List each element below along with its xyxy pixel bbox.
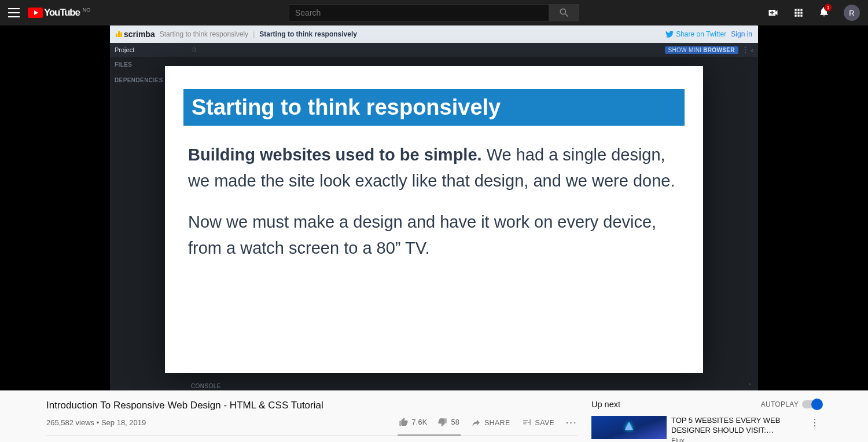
slide-body: Building websites used to be simple. We … bbox=[165, 142, 703, 261]
breadcrumb-sep: | bbox=[253, 30, 255, 38]
slide-p1-bold: Building websites used to be simple. bbox=[188, 145, 482, 164]
search-input[interactable] bbox=[289, 4, 549, 21]
save-label: SAVE bbox=[535, 419, 555, 427]
more-actions-button[interactable]: ··· bbox=[566, 418, 578, 427]
search-container bbox=[289, 4, 579, 21]
share-twitter-label: Share on Twitter bbox=[676, 30, 726, 38]
up-next-header: Up next AUTOPLAY bbox=[591, 400, 822, 409]
video-actions: 7.6K 58 SHARE SAVE ··· bbox=[399, 417, 578, 428]
thumb-graphic: ▲ bbox=[622, 417, 636, 433]
search-button[interactable] bbox=[549, 4, 579, 21]
scrimba-toolrow: Project 0 SHOW MINI BROWSER ⋮ ‹ bbox=[110, 43, 758, 57]
recommended-thumb: ▲ bbox=[591, 416, 667, 439]
save-button[interactable]: SAVE bbox=[522, 418, 555, 428]
autoplay-toggle[interactable] bbox=[802, 400, 822, 408]
sidebar-recommendations: Up next AUTOPLAY ▲ TOP 5 WEBSITES EVERY … bbox=[591, 400, 822, 442]
console-bar: CONSOLE ˄ bbox=[191, 383, 751, 389]
breadcrumb-course[interactable]: Starting to think responsively bbox=[160, 30, 248, 38]
notification-badge: 1 bbox=[824, 3, 832, 12]
youtube-play-icon bbox=[28, 8, 43, 18]
scrimba-logo[interactable]: scrimba bbox=[116, 30, 155, 39]
like-dislike-group: 7.6K 58 bbox=[399, 417, 459, 428]
more-vert-icon[interactable]: ⋮ bbox=[742, 46, 749, 54]
video-stats: 265,582 views • Sep 18, 2019 bbox=[46, 418, 146, 427]
search-icon bbox=[558, 7, 570, 19]
video-info: Introduction To Responsive Web Design - … bbox=[46, 400, 591, 442]
breadcrumb-current: Starting to think responsively bbox=[259, 30, 357, 38]
share-icon bbox=[471, 418, 481, 428]
slide-title-bar: Starting to think responsively bbox=[183, 89, 685, 126]
view-count: 265,582 views bbox=[46, 418, 94, 427]
collapse-icon[interactable]: ‹ bbox=[751, 46, 753, 54]
hamburger-icon[interactable] bbox=[8, 8, 20, 17]
show-mini-browser-button[interactable]: SHOW MINI BROWSER bbox=[665, 46, 738, 54]
scrimba-logo-icon bbox=[116, 31, 122, 37]
save-icon bbox=[522, 418, 532, 428]
recommended-more-icon[interactable]: ⋮ bbox=[808, 416, 822, 442]
share-button[interactable]: SHARE bbox=[471, 418, 510, 428]
scrimba-topbar: scrimba Starting to think responsively |… bbox=[110, 25, 758, 43]
recommended-channel: Flux bbox=[671, 437, 803, 442]
below-video: Introduction To Responsive Web Design - … bbox=[0, 390, 868, 442]
presentation-slide: Starting to think responsively Building … bbox=[165, 66, 703, 373]
youtube-topbar: YouTube NO 1 R bbox=[0, 0, 868, 25]
video-theater: scrimba Starting to think responsively |… bbox=[0, 25, 868, 390]
project-label[interactable]: Project bbox=[115, 46, 134, 53]
dislike-button[interactable]: 58 bbox=[437, 417, 459, 427]
avatar[interactable]: R bbox=[844, 5, 860, 21]
country-code: NO bbox=[83, 7, 91, 13]
thumbs-down-icon bbox=[437, 417, 447, 427]
video-meta-row: 265,582 views • Sep 18, 2019 7.6K 58 bbox=[46, 417, 578, 436]
autoplay-label: AUTOPLAY bbox=[761, 400, 799, 408]
share-label: SHARE bbox=[484, 419, 510, 427]
create-icon[interactable] bbox=[767, 7, 779, 19]
expand-up-icon[interactable]: ˄ bbox=[748, 383, 751, 389]
dislike-count: 58 bbox=[451, 418, 459, 426]
like-count: 7.6K bbox=[412, 418, 428, 426]
project-count: 0 bbox=[192, 46, 196, 53]
slide-title: Starting to think responsively bbox=[192, 95, 676, 120]
notifications-button[interactable]: 1 bbox=[818, 6, 830, 20]
recommended-video[interactable]: ▲ TOP 5 WEBSITES EVERY WEB DESIGNER SHOU… bbox=[591, 416, 822, 442]
console-label[interactable]: CONSOLE bbox=[191, 383, 221, 389]
scrimba-wordmark: scrimba bbox=[124, 30, 155, 39]
twitter-icon bbox=[665, 30, 674, 38]
youtube-wordmark: YouTube bbox=[44, 7, 80, 19]
slide-p2: Now we must make a design and have it wo… bbox=[188, 209, 680, 261]
publish-date: Sep 18, 2019 bbox=[101, 418, 146, 427]
up-next-label: Up next bbox=[591, 400, 620, 409]
thumbs-up-icon bbox=[399, 417, 409, 427]
apps-icon[interactable] bbox=[793, 7, 804, 19]
youtube-logo[interactable]: YouTube NO bbox=[28, 7, 90, 19]
like-button[interactable]: 7.6K bbox=[399, 417, 428, 427]
video-title: Introduction To Responsive Web Design - … bbox=[46, 400, 578, 411]
share-twitter-button[interactable]: Share on Twitter bbox=[665, 30, 726, 38]
recommended-title: TOP 5 WEBSITES EVERY WEB DESIGNER SHOULD… bbox=[671, 416, 803, 436]
scrimba-frame: scrimba Starting to think responsively |… bbox=[110, 25, 758, 390]
scrimba-signin[interactable]: Sign in bbox=[731, 30, 752, 38]
